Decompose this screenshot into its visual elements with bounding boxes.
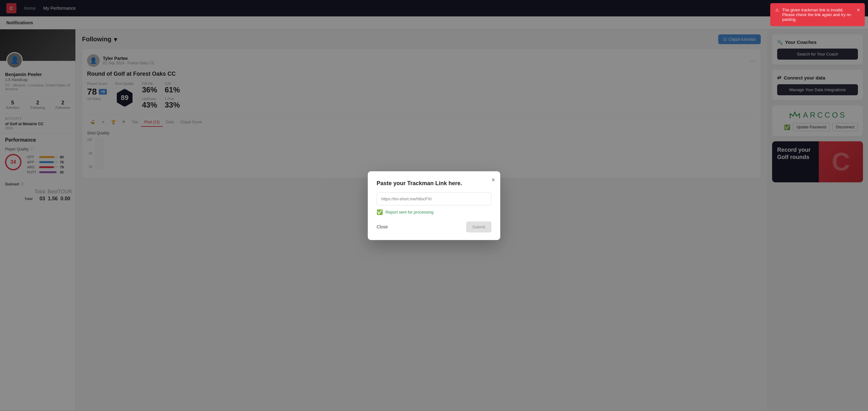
modal-overlay[interactable]: Paste your Trackman Link here. × ✅ Repor… bbox=[0, 0, 868, 410]
modal-actions: Close Submit bbox=[377, 221, 491, 232]
modal-success-message: ✅ Report sent for processing bbox=[377, 209, 491, 215]
toast-message: The given trackman link is invalid. Plea… bbox=[782, 7, 854, 22]
warning-icon: ⚠ bbox=[775, 7, 779, 12]
error-toast: ⚠ The given trackman link is invalid. Pl… bbox=[770, 3, 865, 26]
success-icon: ✅ bbox=[377, 209, 383, 215]
toast-close-button[interactable]: × bbox=[857, 7, 860, 12]
modal-close-button[interactable]: Close bbox=[377, 224, 388, 229]
modal-submit-button[interactable]: Submit bbox=[466, 221, 491, 232]
modal-title: Paste your Trackman Link here. bbox=[377, 180, 491, 187]
modal-close-x-button[interactable]: × bbox=[491, 176, 495, 184]
trackman-link-modal: Paste your Trackman Link here. × ✅ Repor… bbox=[368, 171, 500, 240]
trackman-link-input[interactable] bbox=[377, 192, 491, 205]
